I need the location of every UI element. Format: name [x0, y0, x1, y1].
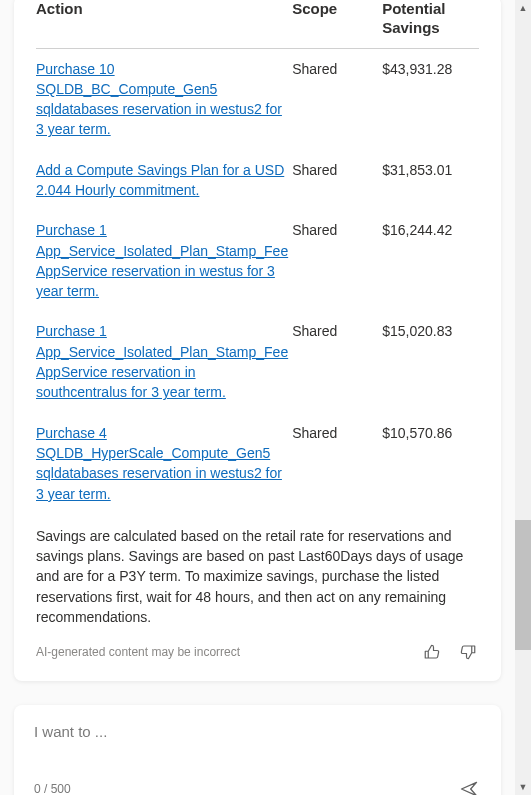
scope-cell: Shared	[292, 48, 382, 150]
savings-cell: $31,853.01	[382, 150, 479, 211]
thumbs-up-icon	[423, 643, 441, 661]
thumbs-up-button[interactable]	[421, 641, 443, 663]
scope-cell: Shared	[292, 311, 382, 412]
send-icon	[459, 779, 479, 795]
recommendations-card: Action Scope Potential Savings Purchase …	[14, 0, 501, 681]
scope-cell: Shared	[292, 150, 382, 211]
prompt-input[interactable]: I want to ...	[34, 723, 481, 751]
scrollbar-thumb[interactable]	[515, 520, 531, 650]
thumbs-down-icon	[459, 643, 477, 661]
scroll-up-arrow-icon[interactable]: ▲	[515, 0, 531, 16]
savings-cell: $10,570.86	[382, 413, 479, 514]
scroll-down-arrow-icon[interactable]: ▼	[515, 779, 531, 795]
table-row: Purchase 1 App_Service_Isolated_Plan_Sta…	[36, 311, 479, 412]
col-header-scope: Scope	[292, 0, 382, 48]
recommendation-link[interactable]: Purchase 4 SQLDB_HyperScale_Compute_Gen5…	[36, 425, 282, 502]
col-header-savings: Potential Savings	[382, 0, 479, 48]
table-row: Purchase 4 SQLDB_HyperScale_Compute_Gen5…	[36, 413, 479, 514]
scope-cell: Shared	[292, 210, 382, 311]
col-header-action: Action	[36, 0, 292, 48]
prompt-input-card[interactable]: I want to ... 0 / 500	[14, 705, 501, 795]
ai-disclaimer: AI-generated content may be incorrect	[36, 645, 240, 659]
table-row: Purchase 1 App_Service_Isolated_Plan_Sta…	[36, 210, 479, 311]
send-button[interactable]	[457, 777, 481, 795]
table-row: Add a Compute Savings Plan for a USD 2.0…	[36, 150, 479, 211]
char-counter: 0 / 500	[34, 782, 71, 795]
savings-cell: $43,931.28	[382, 48, 479, 150]
vertical-scrollbar[interactable]: ▲ ▼	[515, 0, 531, 795]
recommendation-link[interactable]: Purchase 1 App_Service_Isolated_Plan_Sta…	[36, 323, 288, 400]
savings-cell: $16,244.42	[382, 210, 479, 311]
savings-table: Action Scope Potential Savings Purchase …	[36, 0, 479, 514]
recommendation-link[interactable]: Purchase 1 App_Service_Isolated_Plan_Sta…	[36, 222, 288, 299]
savings-disclaimer: Savings are calculated based on the reta…	[36, 526, 479, 627]
savings-cell: $15,020.83	[382, 311, 479, 412]
scope-cell: Shared	[292, 413, 382, 514]
table-row: Purchase 10 SQLDB_BC_Compute_Gen5 sqldat…	[36, 48, 479, 150]
thumbs-down-button[interactable]	[457, 641, 479, 663]
recommendation-link[interactable]: Add a Compute Savings Plan for a USD 2.0…	[36, 162, 284, 198]
recommendation-link[interactable]: Purchase 10 SQLDB_BC_Compute_Gen5 sqldat…	[36, 61, 282, 138]
